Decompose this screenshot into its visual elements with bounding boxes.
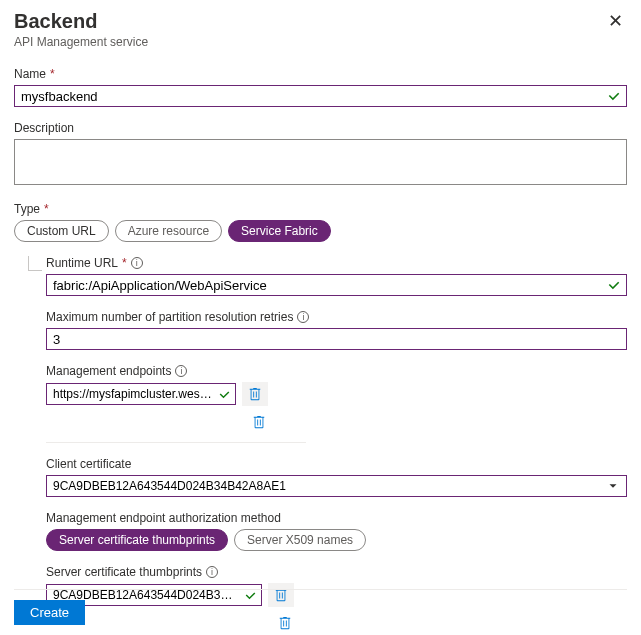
panel-header: Backend API Management service ✕ xyxy=(14,10,627,49)
info-icon[interactable]: i xyxy=(297,311,309,323)
runtime-url-input[interactable] xyxy=(46,274,627,296)
required-asterisk: * xyxy=(44,202,49,216)
trash-icon xyxy=(252,415,266,429)
close-icon[interactable]: ✕ xyxy=(604,10,627,32)
max-retries-input[interactable] xyxy=(46,328,627,350)
info-icon[interactable]: i xyxy=(206,566,218,578)
client-cert-label: Client certificate xyxy=(46,457,627,471)
mgmt-endpoints-label: Management endpoints i xyxy=(46,364,627,378)
delete-endpoint-button[interactable] xyxy=(242,382,268,406)
name-input[interactable] xyxy=(14,85,627,107)
section-divider xyxy=(46,442,306,443)
page-subtitle: API Management service xyxy=(14,35,148,49)
description-label: Description xyxy=(14,121,627,135)
indent-connector xyxy=(28,256,42,271)
create-button[interactable]: Create xyxy=(14,600,85,625)
mgmt-endpoint-input[interactable] xyxy=(46,383,236,405)
description-input[interactable] xyxy=(14,139,627,185)
name-label: Name* xyxy=(14,67,627,81)
auth-method-pill-group: Server certificate thumbprints Server X5… xyxy=(46,529,627,551)
required-asterisk: * xyxy=(122,256,127,270)
info-icon[interactable]: i xyxy=(131,257,143,269)
mgmt-endpoint-row xyxy=(46,382,627,406)
panel-footer: Create xyxy=(14,589,627,625)
info-icon[interactable]: i xyxy=(175,365,187,377)
trash-icon xyxy=(248,387,262,401)
auth-option-x509[interactable]: Server X509 names xyxy=(234,529,366,551)
auth-method-label: Management endpoint authorization method xyxy=(46,511,627,525)
type-option-service-fabric[interactable]: Service Fabric xyxy=(228,220,331,242)
max-retries-label: Maximum number of partition resolution r… xyxy=(46,310,627,324)
type-label: Type* xyxy=(14,202,627,216)
client-cert-select[interactable]: 9CA9DBEB12A643544D024B34B42A8AE1 xyxy=(46,475,627,497)
runtime-url-label: Runtime URL* i xyxy=(46,256,627,270)
page-title: Backend xyxy=(14,10,148,33)
server-thumbprints-label: Server certificate thumbprints i xyxy=(46,565,627,579)
delete-all-endpoints-button[interactable] xyxy=(246,410,272,434)
required-asterisk: * xyxy=(50,67,55,81)
type-option-custom-url[interactable]: Custom URL xyxy=(14,220,109,242)
type-option-azure-resource[interactable]: Azure resource xyxy=(115,220,222,242)
type-pill-group: Custom URL Azure resource Service Fabric xyxy=(14,220,627,242)
auth-option-thumbprints[interactable]: Server certificate thumbprints xyxy=(46,529,228,551)
